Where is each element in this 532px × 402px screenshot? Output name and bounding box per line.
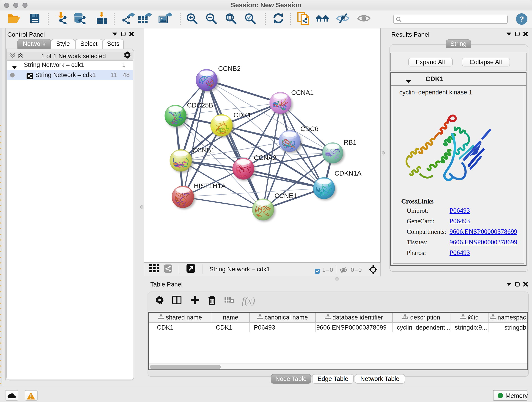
svg-text:CDC6: CDC6: [300, 125, 318, 133]
svg-text:CCNA1: CCNA1: [291, 89, 314, 96]
svg-text:HIST1H1A: HIST1H1A: [194, 182, 226, 190]
svg-text:CCNA2: CCNA2: [254, 154, 276, 161]
svg-text:CCNE1: CCNE1: [274, 192, 297, 199]
svg-text:CCNB1: CCNB1: [192, 147, 215, 154]
svg-text:CCNB2: CCNB2: [218, 65, 241, 72]
svg-text:CDKN1A: CDKN1A: [335, 170, 361, 177]
svg-text:RB1: RB1: [344, 139, 356, 146]
svg-text:CDC25B: CDC25B: [187, 102, 213, 109]
svg-text:CDK1: CDK1: [234, 111, 251, 119]
